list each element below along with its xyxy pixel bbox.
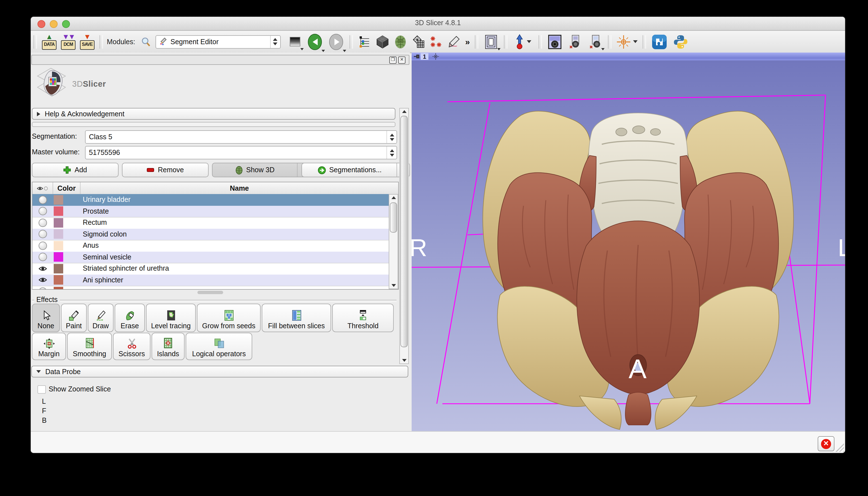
visibility-column-header[interactable] <box>32 182 53 194</box>
name-column-header[interactable]: Name <box>80 182 398 194</box>
segment-row[interactable]: Rectum <box>32 217 390 229</box>
effect-smoothing-button[interactable]: Smoothing <box>67 333 112 360</box>
visibility-toggle[interactable] <box>32 207 52 216</box>
remove-segment-button[interactable]: Remove <box>122 163 208 177</box>
layout-selector[interactable] <box>483 34 499 49</box>
toolbar-grip[interactable] <box>349 35 353 48</box>
module-panel-scrollbar[interactable] <box>399 108 409 364</box>
effect-logical-operators-button[interactable]: Logical operators <box>186 333 252 360</box>
show-zoomed-slice-checkbox[interactable] <box>37 385 46 394</box>
visibility-toggle[interactable] <box>32 196 52 204</box>
effect-level-tracing-button[interactable]: Level tracing <box>146 304 196 332</box>
color-column-header[interactable]: Color <box>53 182 80 194</box>
mouse-interaction-mode[interactable] <box>512 34 534 49</box>
segment-row[interactable]: Urinary bladder <box>32 194 390 206</box>
visibility-toggle[interactable] <box>32 242 52 250</box>
close-panel-button[interactable]: ✕ <box>398 57 405 64</box>
visibility-toggle[interactable] <box>32 277 52 283</box>
pin-icon[interactable] <box>413 54 420 59</box>
segment-color-swatch[interactable] <box>54 230 63 239</box>
load-dicom-button[interactable]: ▼▼ DCM <box>60 33 76 50</box>
visibility-toggle[interactable] <box>32 230 52 238</box>
save-button[interactable]: ▼ SAVE <box>79 33 95 50</box>
visibility-toggle[interactable] <box>32 219 52 227</box>
module-forward-button[interactable] <box>327 33 345 51</box>
segment-row[interactable] <box>32 286 390 290</box>
annotations-icon[interactable] <box>447 34 461 49</box>
threed-view[interactable]: 1 <box>412 52 845 432</box>
segment-row[interactable]: Prostate <box>32 205 390 218</box>
master-volume-spinner[interactable] <box>386 146 397 159</box>
segment-color-swatch[interactable] <box>54 252 63 262</box>
effect-erase-button[interactable]: Erase <box>115 304 145 332</box>
scene-view-restore-button[interactable] <box>587 34 603 49</box>
add-segment-button[interactable]: Add <box>32 163 119 177</box>
screenshot-button[interactable] <box>546 34 563 49</box>
effect-islands-button[interactable]: Islands <box>152 333 185 360</box>
segmentations-button[interactable]: Segmentations... <box>301 163 410 177</box>
segment-row[interactable]: Striated sphincter of urethra <box>32 263 390 275</box>
segment-color-swatch[interactable] <box>54 195 63 205</box>
visibility-toggle[interactable] <box>32 266 52 272</box>
undock-panel-button[interactable]: ❐ <box>389 57 397 64</box>
module-back-button[interactable] <box>306 33 324 51</box>
scrollbar-thumb[interactable] <box>390 202 397 233</box>
module-panel-titlebar[interactable]: ❐ ✕ <box>31 55 409 65</box>
master-volume-selector[interactable]: 51755596 <box>85 146 397 159</box>
segment-row[interactable]: Sigmoid colon <box>32 229 390 241</box>
segment-table-header[interactable]: Color Name <box>32 182 398 195</box>
toolbar-grip[interactable] <box>504 35 507 48</box>
view-crosshair-icon[interactable] <box>432 53 439 60</box>
segment-row[interactable]: Anus <box>32 240 390 252</box>
markups-icon[interactable] <box>429 34 443 49</box>
effect-grow-from-seeds-button[interactable]: Grow from seeds <box>197 304 261 332</box>
segment-color-swatch[interactable] <box>54 207 63 216</box>
segmentations-module-icon[interactable] <box>411 34 425 49</box>
effect-threshold-button[interactable]: Threshold <box>332 304 394 332</box>
models-icon[interactable] <box>393 34 407 49</box>
segmentation-spinner[interactable] <box>386 131 397 143</box>
effect-none-button[interactable]: None <box>32 304 60 332</box>
effect-draw-button[interactable]: Draw <box>88 304 113 332</box>
modules-history-icon[interactable] <box>288 34 302 49</box>
toolbar-grip[interactable] <box>539 35 542 48</box>
segment-color-swatch[interactable] <box>54 287 63 290</box>
toolbar-grip[interactable] <box>99 35 103 48</box>
segmentation-selector[interactable]: Class 5 <box>85 130 397 144</box>
toolbar-grip[interactable] <box>475 35 478 48</box>
show-3d-button[interactable]: Show 3D <box>212 163 310 177</box>
effect-paint-button[interactable]: Paint <box>61 304 87 332</box>
module-search-icon[interactable] <box>140 34 151 49</box>
toolbar-grip[interactable] <box>642 35 646 48</box>
effect-scissors-button[interactable]: Scissors <box>113 333 151 360</box>
toolbar-grip[interactable] <box>34 35 37 48</box>
segment-row[interactable]: Ani sphincter <box>32 274 390 286</box>
segment-row[interactable]: Seminal vesicle <box>32 251 390 263</box>
subject-hierarchy-icon[interactable] <box>357 34 372 49</box>
effect-margin-button[interactable]: Margin <box>32 333 66 360</box>
help-acknowledgement-section[interactable]: Help & Acknowledgement <box>32 108 396 120</box>
threed-view-header[interactable]: 1 <box>412 52 845 60</box>
module-selector-spinner[interactable] <box>270 35 280 48</box>
visibility-toggle[interactable] <box>32 288 52 290</box>
load-data-button[interactable]: ▲ DATA <box>41 33 57 50</box>
resize-grip[interactable] <box>835 443 844 452</box>
segment-color-swatch[interactable] <box>54 241 63 250</box>
error-log-close-button[interactable]: ✕ <box>818 436 834 451</box>
segment-table-scrollbar[interactable] <box>389 194 398 289</box>
segment-color-swatch[interactable] <box>54 275 63 285</box>
scrollbar-thumb[interactable] <box>400 116 408 347</box>
threed-canvas[interactable]: R L A <box>412 60 845 432</box>
data-probe-section[interactable]: Data Probe <box>31 366 408 377</box>
module-selector[interactable]: Segment Editor <box>155 35 280 48</box>
effect-fill-between-slices-button[interactable]: Fill between slices <box>262 304 331 332</box>
splitter-handle[interactable] <box>198 291 223 294</box>
toolbar-grip[interactable] <box>608 35 611 48</box>
volume-rendering-icon[interactable] <box>375 34 389 49</box>
segment-color-swatch[interactable] <box>54 264 63 274</box>
toolbar-overflow-chevron[interactable]: » <box>465 37 470 46</box>
extensions-manager-icon[interactable] <box>650 34 668 49</box>
python-console-icon[interactable] <box>672 34 689 49</box>
scene-view-capture-button[interactable] <box>567 34 583 49</box>
visibility-toggle[interactable] <box>32 253 52 261</box>
